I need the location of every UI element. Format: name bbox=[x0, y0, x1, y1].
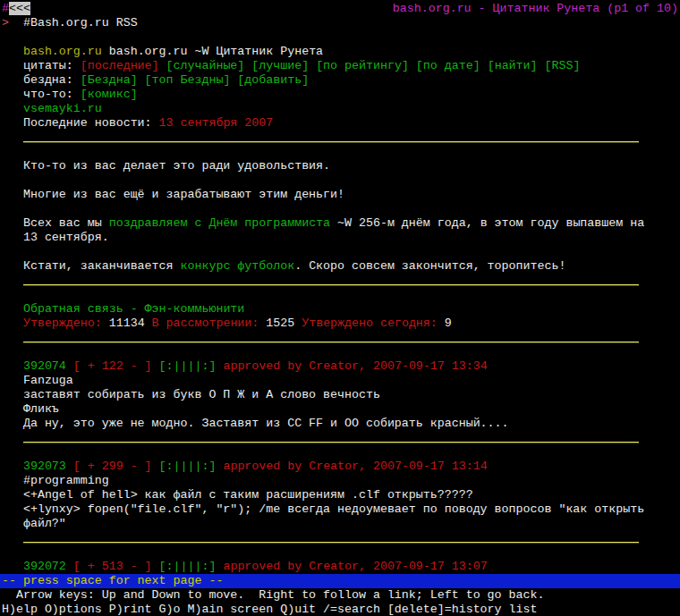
stat-pending-value: 1525 bbox=[266, 316, 302, 330]
terminal-row bbox=[2, 445, 680, 460]
stat-approved-value: 11134 bbox=[109, 316, 152, 330]
feed-header-row: > #Bash.org.ru RSS bbox=[2, 16, 680, 30]
horizontal-rule bbox=[23, 442, 639, 443]
terminal-row bbox=[2, 545, 680, 560]
help-row: H)elp O)ptions P)rint G)o M)ain screen Q… bbox=[2, 603, 680, 616]
terminal-screen: #<<<bash.org.ru - Цитатник Рунета (p1 of… bbox=[0, 0, 680, 616]
nav-label-quotes: цитаты: bbox=[2, 59, 81, 72]
link-by-date[interactable]: [по дате] bbox=[416, 59, 480, 72]
news-text-row: 13 сентября. bbox=[2, 231, 680, 245]
text bbox=[2, 316, 23, 330]
quote-text: <+Angel of hell> как файл с таким расшир… bbox=[2, 488, 473, 502]
moderation-stats-row: Утверждено: 11134 В рассмотрении: 1525 У… bbox=[2, 316, 680, 331]
text: . Скоро совсем закончится, торопитесь! bbox=[294, 259, 565, 273]
link-tshirt-contest[interactable]: конкурс футболок bbox=[181, 259, 295, 273]
news-paragraph: 13 сентября. bbox=[2, 231, 109, 244]
right-aligned-group: bash.org.ru - Цитатник Рунета (p1 of 10) bbox=[393, 2, 678, 16]
quote-text: Fanzuga bbox=[2, 374, 73, 387]
text: Всех вас мы bbox=[2, 216, 109, 230]
nav-quotes-row: цитаты: [последние] [случайные] [лучшие]… bbox=[2, 59, 680, 73]
link-vsemayki[interactable]: vsemayki.ru bbox=[23, 102, 102, 115]
horizontal-rule bbox=[23, 141, 639, 142]
quote-prompt: > bbox=[2, 16, 9, 30]
text bbox=[480, 59, 488, 72]
text: Кстати, заканчивается bbox=[2, 259, 181, 273]
text bbox=[152, 560, 159, 573]
title-bar: #<<<bash.org.ru - Цитатник Рунета (p1 of… bbox=[2, 2, 680, 16]
terminal-row bbox=[2, 345, 680, 359]
quote-id-link[interactable]: 392072 bbox=[23, 560, 66, 573]
terminal-row bbox=[2, 30, 680, 45]
text bbox=[538, 59, 545, 72]
text bbox=[2, 45, 23, 58]
rule-row bbox=[2, 131, 680, 145]
text bbox=[309, 59, 316, 72]
quote-header-row: 392073 [ + 299 - ] [:||||:] approved by … bbox=[2, 460, 680, 474]
text bbox=[152, 359, 159, 373]
quote-body-row: Фликъ bbox=[2, 402, 680, 417]
terminal-row bbox=[2, 145, 680, 159]
help-row: Arrow keys: Up and Down to move. Right t… bbox=[2, 588, 680, 603]
link-abyss-top[interactable]: [топ Бездны] bbox=[145, 73, 231, 87]
text: ~W 256-м днём года, в этом году выпавшем… bbox=[330, 216, 644, 230]
banner-hash-marker: # bbox=[2, 2, 9, 15]
horizontal-rule bbox=[23, 342, 639, 342]
text bbox=[2, 102, 23, 115]
vote-links[interactable]: [ + 299 - ] bbox=[73, 460, 152, 473]
vote-links[interactable]: [ + 122 - ] bbox=[73, 359, 152, 373]
rating-bar-link[interactable]: [:||||:] bbox=[159, 460, 217, 473]
stat-pending-label: В рассмотрении: bbox=[152, 316, 267, 330]
news-text-row: Всех вас мы поздравляем с Днём программи… bbox=[2, 216, 680, 231]
nav-abyss-row: бездна: [Бездна] [топ Бездны] [добавить] bbox=[2, 73, 680, 88]
approved-info: approved by Creator, 2007-09-17 13:34 bbox=[223, 359, 487, 373]
rating-bar-link[interactable]: [:||||:] bbox=[159, 359, 217, 373]
quote-text: <+lynxy> fopen("file.clf", "r"); /me все… bbox=[2, 502, 644, 516]
quote-text: Да ну, это уже не модно. Заставят из CC … bbox=[2, 417, 509, 430]
link-best[interactable]: [лучшие] bbox=[251, 59, 309, 72]
text bbox=[409, 59, 416, 72]
link-abyss[interactable]: [Бездна] bbox=[81, 73, 138, 87]
link-rss[interactable]: [RSS] bbox=[545, 59, 581, 72]
approved-info: approved by Creator, 2007-09-17 13:14 bbox=[223, 460, 487, 473]
approved-info: approved by Creator, 2007-09-17 13:07 bbox=[223, 560, 487, 573]
link-add[interactable]: [добавить] bbox=[237, 73, 309, 87]
quote-body-row: Да ну, это уже не модно. Заставят из CC … bbox=[2, 417, 680, 431]
quote-text: #programming bbox=[2, 474, 109, 487]
quote-body-row: Fanzuga bbox=[2, 374, 680, 388]
rule-row bbox=[2, 274, 680, 288]
nav-misc-row: что-то: [комикс] bbox=[2, 88, 680, 102]
link-programmer-day[interactable]: поздравляем с Днём программиста bbox=[109, 216, 330, 230]
link-search[interactable]: [найти] bbox=[488, 59, 538, 72]
quote-id-link[interactable]: 392074 bbox=[23, 359, 66, 373]
news-text-row: Кстати, заканчивается конкурс футболок. … bbox=[2, 259, 680, 274]
terminal-row bbox=[2, 245, 680, 259]
link-comic[interactable]: [комикс] bbox=[81, 88, 138, 101]
horizontal-rule bbox=[23, 284, 639, 285]
quote-id-link[interactable]: 392073 bbox=[23, 460, 66, 473]
quote-body-row: #programming bbox=[2, 474, 680, 488]
horizontal-rule bbox=[23, 542, 639, 543]
site-header-row: bash.org.ru bash.org.ru ~W Цитатник Руне… bbox=[2, 45, 680, 59]
link-latest[interactable]: [последние] bbox=[81, 59, 159, 72]
quote-text: файл?" bbox=[2, 517, 66, 530]
history-back-indicator[interactable]: <<< bbox=[9, 2, 30, 15]
text bbox=[66, 560, 73, 573]
rating-bar-link[interactable]: [:||||:] bbox=[159, 560, 217, 573]
link-feedback-community[interactable]: Обратная связь - Фэн-коммьюнити bbox=[23, 302, 244, 316]
vote-links[interactable]: [ + 513 - ] bbox=[73, 560, 152, 573]
rule-row bbox=[2, 531, 680, 545]
link-by-rating[interactable]: [по рейтингу] bbox=[316, 59, 409, 72]
link-bash-org-ru-selected[interactable]: bash.org.ru bbox=[23, 45, 102, 58]
stat-approved-label: Утверждено: bbox=[23, 316, 109, 330]
text bbox=[2, 302, 23, 316]
terminal-row bbox=[2, 173, 680, 188]
quote-text: Фликъ bbox=[2, 402, 59, 416]
link-random[interactable]: [случайные] bbox=[166, 59, 245, 72]
quote-text: заставят собирать из букв О П Ж и А слов… bbox=[2, 388, 380, 401]
stat-approved-today-value: 9 bbox=[445, 316, 452, 330]
statusbar-message[interactable]: -- press space for next page -- bbox=[2, 574, 223, 587]
link-news-date[interactable]: 13 сентября 2007 bbox=[159, 116, 274, 130]
nav-label-misc: что-то: bbox=[2, 88, 81, 101]
vsemayki-row: vsemayki.ru bbox=[2, 102, 680, 116]
text bbox=[66, 460, 73, 473]
